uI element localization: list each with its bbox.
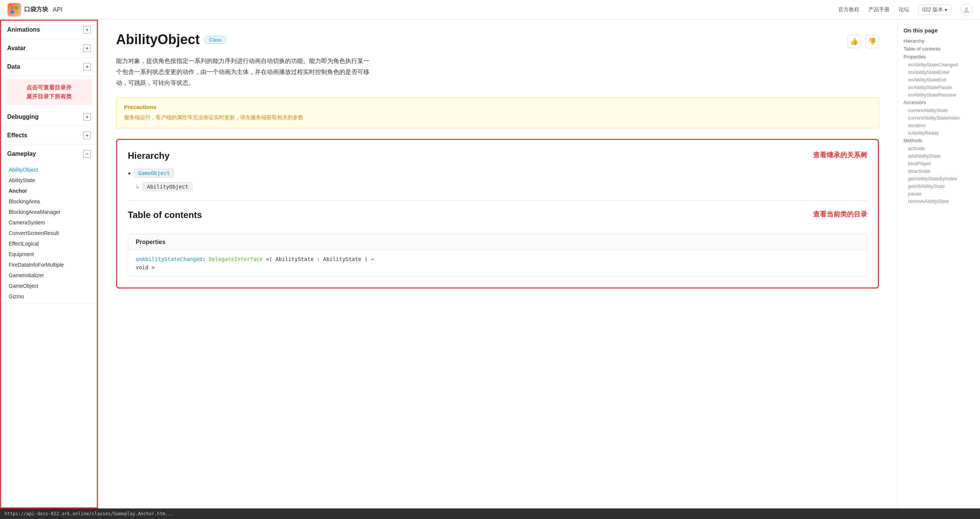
sidebar-item-effect-logical[interactable]: EffectLogical: [1, 238, 97, 249]
toc-section: Table of contents 查看当前类的目录 Properties on…: [128, 210, 867, 277]
right-panel-item-on-ability-state-pause[interactable]: onAbilityStatePause: [904, 85, 974, 90]
sidebar-item-animations[interactable]: Animations +: [1, 21, 97, 39]
product-manual-link[interactable]: 产品手册: [869, 6, 889, 13]
right-panel-item-get-ability-state-by-index[interactable]: getAbilityStateByIndex: [904, 176, 974, 181]
hierarchy-child-tag: AbilityObject: [143, 182, 192, 191]
thumbs-up-button[interactable]: 👍: [847, 35, 861, 48]
hierarchy-section: Hierarchy 查看继承的关系树 ● GameObject ↳ Abilit…: [128, 150, 867, 191]
sidebar-item-ability-object[interactable]: AbilityObject: [1, 164, 97, 175]
gameplay-expand-icon[interactable]: −: [83, 150, 91, 158]
sidebar-item-ability-state[interactable]: AbilityState: [1, 175, 97, 185]
right-panel-item-activate[interactable]: activate: [904, 145, 974, 151]
navbar-links: 官方教程 产品手册 论坛 022 版本 ▾: [838, 4, 972, 16]
sidebar-item-data[interactable]: Data +: [1, 58, 97, 76]
official-tutorial-link[interactable]: 官方教程: [838, 6, 859, 13]
svg-point-4: [965, 7, 968, 10]
right-panel-item-current-ability-state-index[interactable]: currentAbilityStateIndex: [904, 115, 974, 121]
logo-area: 口袋方块 API: [8, 3, 62, 17]
description-line1: 能力对象，提供角色按指定一系列的能力序列进行动画自动切换的功能。能力即为角色执行…: [116, 56, 879, 67]
toc-annotation: 查看当前类的目录: [813, 210, 867, 219]
sidebar-item-game-object[interactable]: GameObject: [1, 281, 97, 291]
right-panel-item-bind-player[interactable]: bindPlayer: [904, 161, 974, 166]
right-panel-item-current-ability-state[interactable]: currentAbilityState: [904, 107, 974, 113]
description-line3: 动，可跳跃，可转向等状态。: [116, 78, 879, 89]
sidebar-item-avatar[interactable]: Avatar +: [1, 39, 97, 57]
effects-expand-icon[interactable]: +: [83, 132, 91, 139]
toc-type-text: DelegateInterface: [209, 256, 263, 262]
right-panel-item-add-ability-state[interactable]: addAbilityState: [904, 153, 974, 159]
right-panel-item-hierarchy[interactable]: Hierarchy: [904, 38, 974, 44]
right-panel-item-remove-ability-state[interactable]: removeAbilityState: [904, 198, 974, 204]
status-bar: https://api-docs-022.ark.online/classes/…: [0, 508, 980, 519]
right-panel-item-on-ability-state-resume[interactable]: onAbilityStateResume: [904, 92, 974, 98]
right-panel-title: On this page: [904, 27, 974, 34]
svg-rect-1: [15, 6, 18, 10]
data-expand-icon[interactable]: +: [83, 63, 91, 70]
version-label: 022 版本: [922, 6, 943, 13]
right-panel-item-pause[interactable]: pause: [904, 191, 974, 196]
animations-expand-icon[interactable]: +: [83, 26, 91, 34]
thumbs-down-icon: 👎: [868, 37, 877, 46]
right-panel-item-accessors[interactable]: Accessors: [904, 100, 974, 105]
sidebar-item-effects[interactable]: Effects +: [1, 126, 97, 144]
right-panel-item-toc[interactable]: Table of contents: [904, 46, 974, 52]
gameplay-label: Gameplay: [7, 150, 36, 157]
sidebar-item-gizmo[interactable]: Gizmo: [1, 291, 97, 302]
brand-name: 口袋方块: [24, 6, 48, 14]
navbar: 口袋方块 API 官方教程 产品手册 论坛 022 版本 ▾: [0, 0, 980, 20]
toc-rest-text: <( AbilityState : AbilityState ) ⇒: [266, 256, 374, 262]
sidebar-category-debugging: Debugging +: [1, 108, 97, 126]
api-label: API: [53, 6, 62, 13]
sidebar-category-data: Data +: [1, 58, 97, 76]
right-panel-item-deactivate[interactable]: deactivate: [904, 168, 974, 174]
svg-rect-3: [15, 10, 18, 14]
right-panel-item-on-ability-state-exit[interactable]: onAbilityStateExit: [904, 77, 974, 83]
sidebar-item-fire-data-info[interactable]: FireDataInfoForMultiple: [1, 260, 97, 270]
right-panel-item-duration[interactable]: duration: [904, 123, 974, 128]
sidebar-category-gameplay: Gameplay − AbilityObject AbilityState An…: [1, 145, 97, 303]
svg-rect-2: [11, 10, 14, 14]
content-area: AbilityObject Class 👍 👎 能力对象，提供角色按指定一系列的…: [98, 20, 897, 508]
right-panel-item-properties[interactable]: Properties: [904, 54, 974, 60]
section-box: Hierarchy 查看继承的关系树 ● GameObject ↳ Abilit…: [116, 139, 879, 289]
forum-link[interactable]: 论坛: [899, 6, 909, 13]
warning-box: Precautions 服务端运行，客户端的属性等无法保证实时更新，请在服务端获…: [116, 97, 879, 128]
main-layout: Animations + Avatar + Data +: [0, 20, 980, 508]
sidebar-item-debugging[interactable]: Debugging +: [1, 108, 97, 126]
annotation-box: 点击可查看目录并 展开目录下所有类: [6, 79, 92, 105]
logo-icon: [8, 3, 21, 17]
thumbs-down-button[interactable]: 👎: [865, 35, 879, 48]
hierarchy-parent-tag[interactable]: GameObject: [134, 169, 174, 178]
page-description: 能力对象，提供角色按指定一系列的能力序列进行动画自动切换的功能。能力即为角色执行…: [116, 56, 879, 88]
right-panel-item-is-ability-ready[interactable]: isAbilityReady: [904, 130, 974, 136]
version-dropdown[interactable]: 022 版本 ▾: [918, 5, 951, 15]
debugging-expand-icon[interactable]: +: [83, 113, 91, 121]
avatar-expand-icon[interactable]: +: [83, 45, 91, 52]
section-divider: [128, 200, 867, 201]
sidebar-item-blocking-area-manager[interactable]: BlockingAreaManager: [1, 207, 97, 217]
status-bar-url: https://api-docs-022.ark.online/classes/…: [5, 511, 173, 516]
vote-buttons: 👍 👎: [847, 35, 879, 48]
description-line2: 个包含一系列状态变更的动作，由一个动画为主体，并在动画播放过程实时控制角色的是否…: [116, 67, 879, 78]
sidebar-item-convert-screen-result[interactable]: ConvertScreenResult: [1, 228, 97, 238]
right-panel-item-get-all-ability-state[interactable]: getAllAbilityState: [904, 183, 974, 189]
right-panel-item-on-ability-state-enter[interactable]: onAbilityStateEnter: [904, 69, 974, 75]
sidebar-item-blocking-area[interactable]: BlockingArea: [1, 196, 97, 207]
right-panel: On this page HierarchyTable of contentsP…: [897, 20, 980, 508]
thumbs-up-icon: 👍: [850, 37, 858, 46]
right-panel-item-methods[interactable]: Methods: [904, 138, 974, 143]
sidebar-item-anchor[interactable]: Anchor: [1, 185, 97, 196]
version-chevron: ▾: [945, 7, 947, 13]
toc-title: Table of contents: [128, 210, 202, 220]
right-panel-item-on-ability-state-changed[interactable]: onAbilityStateChanged: [904, 62, 974, 67]
user-avatar[interactable]: [960, 4, 972, 16]
animations-label: Animations: [7, 26, 40, 33]
page-title: AbilityObject: [116, 32, 200, 48]
toc-second-line: void >: [136, 264, 155, 270]
sidebar-item-camera-system[interactable]: CameraSystem: [1, 217, 97, 228]
svg-rect-0: [11, 6, 14, 10]
sidebar-item-equipment[interactable]: Equipment: [1, 249, 97, 260]
sidebar-item-gameplay[interactable]: Gameplay −: [1, 145, 97, 163]
sidebar-item-game-initializer[interactable]: GameInitializer: [1, 270, 97, 281]
toc-link-on-ability-state-changed[interactable]: onAbilityStateChanged: [136, 256, 202, 262]
